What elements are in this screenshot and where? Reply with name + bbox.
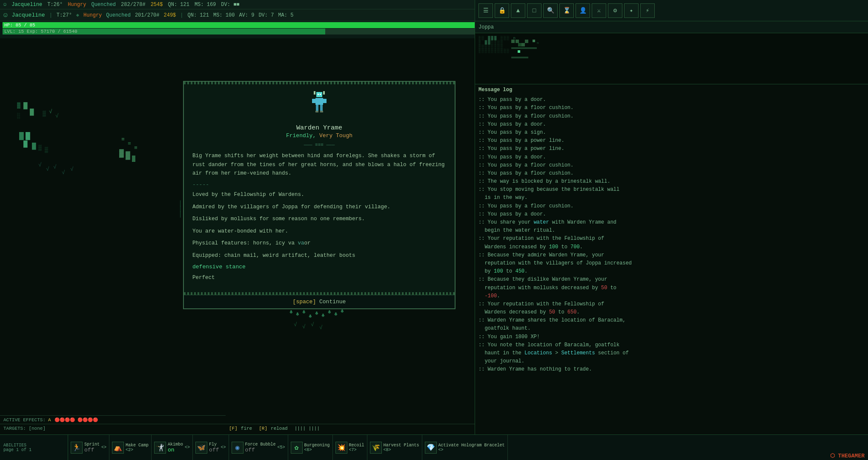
hologram-info: Activate Hologram Bracelet <>: [438, 443, 505, 452]
makecamp-icon: ⛺: [112, 442, 124, 454]
fly-info: Fly off: [209, 442, 219, 453]
hungry-1: Hungry: [68, 2, 86, 8]
hp-2: 201/270#: [135, 12, 160, 18]
va-text: va: [295, 240, 304, 246]
message-log-title: Message log: [478, 86, 865, 94]
toolbar-search-icon[interactable]: 🔍: [543, 3, 558, 18]
akimbo-icon: 🤺: [154, 442, 166, 454]
dialog-lore3: Disliked by mollusks for some reason no …: [192, 215, 446, 224]
effect-a: A: [48, 417, 51, 423]
char-name-1: Jacqueline: [11, 2, 42, 8]
toolbar-lock-icon[interactable]: 🔒: [495, 3, 509, 18]
recoil-key: <7>: [349, 448, 364, 452]
xp-bar: LVL: 15 Exp: 57170 / 61540: [3, 29, 477, 34]
char-icon-1: ☺: [3, 2, 6, 8]
npc-tough: Very Tough: [319, 132, 352, 139]
dialog-stance: defensive stance: [192, 264, 446, 270]
toolbar-clock-icon[interactable]: ⌛: [559, 3, 574, 18]
svg-rect-11: [320, 111, 323, 112]
ammo-display: |||| ||||: [295, 426, 320, 431]
makecamp-name: Make Camp: [126, 443, 149, 448]
hologram-name: Activate Hologram Bracelet: [438, 443, 505, 448]
thegamer-logo: ⬡ THEGAMER: [830, 452, 865, 459]
msg-0: :: You pass by a door.: [478, 96, 865, 104]
dialog-continue-bar[interactable]: [space] Continue: [184, 295, 455, 308]
toolbar-gear-icon[interactable]: ⚙: [608, 3, 622, 18]
physical-text: Physical features: horns, icy va: [192, 240, 295, 246]
msg-9: :: You pass by a floor cushion.: [478, 170, 865, 178]
toolbar-person-icon[interactable]: 👤: [576, 3, 590, 18]
ability-hologram[interactable]: 💎 Activate Hologram Bracelet <>: [422, 435, 508, 460]
svg-rect-2: [323, 91, 325, 95]
ability-harvestplants[interactable]: 🌾 Harvest Plants <8>: [367, 435, 422, 460]
toolbar-square-icon[interactable]: □: [527, 3, 541, 18]
akimbo-key: <>: [185, 445, 190, 450]
game-world[interactable]: ▓ █ █ ░ ▒ √ √ █ █ █ █ ▒ ▒ ≡ ≡ ≡ ▓ ▓ ▓ √ …: [0, 38, 475, 439]
recoil-info: Recoil <7>: [349, 443, 364, 452]
hologram-icon: 💎: [425, 442, 437, 454]
toolbar-star-icon[interactable]: ✦: [624, 3, 639, 18]
dv-1: DV: ■■: [221, 2, 239, 8]
dialog-description: Big Yrame shifts her weight between hind…: [192, 152, 446, 178]
ability-forcebubble[interactable]: ◉ Force Bubble off <5>: [229, 435, 288, 460]
svg-rect-12: [511, 40, 515, 43]
sprint-name: Sprint: [84, 442, 100, 447]
ability-makecamp[interactable]: ⛺ Make Camp <2>: [109, 435, 152, 460]
dialog-physical: Physical features: horns, icy va vaor: [192, 239, 446, 248]
msg-22: :: Warden Yrame has nothing to trade.: [478, 365, 865, 374]
toolbar-bolt-icon[interactable]: ⚡: [640, 3, 655, 18]
toolbar-map-icon[interactable]: ▲: [511, 3, 525, 18]
ability-akimbo[interactable]: 🤺 Akimbo on <>: [152, 435, 193, 460]
burgeoning-key: <6>: [304, 448, 330, 452]
toolbar-menu-icon[interactable]: ☰: [478, 3, 493, 18]
svg-rect-18: [518, 50, 520, 53]
effect-icons: 🔴🔴🔴🔴 🔴🔴🔴🔴: [54, 417, 98, 423]
akimbo-state: on: [168, 447, 183, 453]
toolbar-sword-icon[interactable]: ⚔: [592, 3, 606, 18]
svg-rect-9: [320, 105, 323, 111]
forcebubble-state: off: [245, 447, 276, 453]
msg-8: :: You pass by a floor cushion.: [478, 161, 865, 170]
ability-sprint[interactable]: 🏃 Sprint off <>: [68, 435, 109, 460]
active-effects-label: ACTIVE EFFECTS:: [3, 417, 46, 423]
bottom-bar: ABILITIES page 1 of 1 🏃 Sprint off <> ⛺ …: [0, 434, 868, 460]
svg-rect-3: [318, 94, 319, 95]
fire-key: [F]: [229, 426, 238, 431]
sprint-state: off: [84, 447, 100, 453]
svg-rect-4: [320, 94, 321, 95]
svg-rect-8: [316, 105, 318, 111]
gold-2: 249$: [164, 12, 176, 18]
fire-label: fire: [241, 426, 252, 431]
right-panel: ☰ 🔒 ▲ □ 🔍 ⌛ 👤 ⚔ ⚙ ✦ ⚡ Joppa ░░ ▓▓▓ ░░░ n…: [475, 0, 868, 460]
msg-11: :: You stop moving because the brinestal…: [478, 186, 865, 202]
msg-16: :: Because they admire Warden Yrame, you…: [478, 251, 865, 276]
recoil-icon: 💥: [335, 442, 347, 454]
xp-text: LVL: 15 Exp: 57170 / 61540: [4, 29, 77, 34]
abilities-page: page 1 of 1: [3, 448, 64, 452]
burgeoning-icon: ✿: [291, 442, 303, 454]
ability-burgeoning[interactable]: ✿ Burgeoning <6>: [288, 435, 333, 460]
dialog-condition: Perfect: [192, 273, 446, 282]
ability-fly[interactable]: 🦋 Fly off <>: [193, 435, 229, 460]
npc-name: Warden Yrame: [192, 124, 446, 132]
location-name: Joppa: [478, 24, 494, 30]
svg-rect-17: [533, 40, 535, 42]
burgeoning-name: Burgeoning: [304, 443, 330, 448]
hp-xp-section: HP: 85 / 85 LVL: 15 Exp: 57170 / 61540: [0, 21, 475, 35]
turn-divider: |: [49, 12, 52, 18]
active-effects-bar: ACTIVE EFFECTS: A 🔴🔴🔴🔴 🔴🔴🔴🔴: [0, 415, 226, 424]
av-2: AV: 9: [239, 12, 254, 18]
hologram-key: <>: [438, 448, 505, 452]
forcebubble-info: Force Bubble off: [245, 442, 276, 453]
ability-recoil[interactable]: 💥 Recoil <7>: [333, 435, 367, 460]
harvestplants-info: Harvest Plants <8>: [384, 443, 419, 452]
abilities-section: ABILITIES page 1 of 1: [0, 435, 68, 460]
continue-button[interactable]: [space] Continue: [293, 299, 346, 305]
svg-rect-5: [315, 98, 323, 105]
msg-5: :: You pass by a power line.: [478, 137, 865, 145]
fly-key: <>: [221, 445, 226, 450]
msg-1: :: You pass by a floor cushion.: [478, 104, 865, 112]
char-icon-2: ☺: [3, 12, 8, 19]
abilities-title: ABILITIES: [3, 443, 64, 448]
dialog-box: Warden Yrame Friendly, Very Tough ——— ≡≡…: [183, 81, 455, 309]
